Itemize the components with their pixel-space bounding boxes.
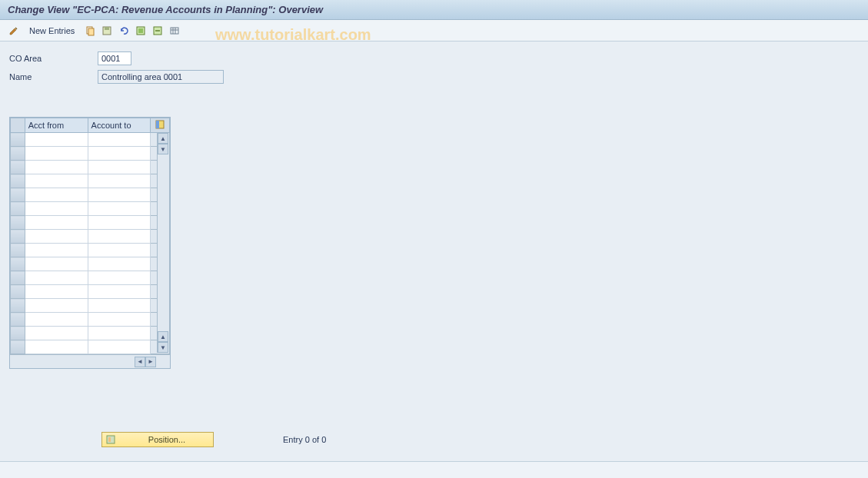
cell-acct-from[interactable] (25, 133, 88, 147)
svg-rect-3 (105, 27, 109, 30)
save-icon[interactable] (101, 25, 113, 37)
cell-account-to[interactable] (88, 174, 151, 188)
table-row[interactable] (11, 161, 170, 174)
row-selector[interactable] (11, 257, 25, 271)
svg-rect-1 (88, 28, 94, 35)
new-entries-button[interactable]: New Entries (25, 26, 79, 35)
cell-account-to[interactable] (88, 327, 151, 340)
cell-account-to[interactable] (88, 244, 151, 257)
table-row[interactable] (11, 133, 170, 147)
cell-account-to[interactable] (88, 230, 151, 244)
row-selector[interactable] (11, 327, 25, 340)
scroll-right-icon[interactable]: ► (145, 357, 156, 367)
row-selector[interactable] (11, 313, 25, 327)
pencil-icon[interactable] (8, 25, 20, 37)
cell-acct-from[interactable] (25, 327, 88, 340)
table-row[interactable] (11, 340, 170, 354)
cell-acct-from[interactable] (25, 161, 88, 174)
cell-account-to[interactable] (88, 147, 151, 161)
scroll-up-icon[interactable]: ▲ (158, 133, 168, 144)
horizontal-scrollbar[interactable]: ◄ ► (10, 354, 170, 368)
vertical-scrollbar[interactable]: ▲ ▼ ▲ ▼ (157, 133, 169, 353)
cell-acct-from[interactable] (25, 244, 88, 257)
row-selector[interactable] (11, 133, 25, 147)
table-row[interactable] (11, 202, 170, 216)
row-selector[interactable] (11, 230, 25, 244)
cell-acct-from[interactable] (25, 216, 88, 230)
table-row[interactable] (11, 271, 170, 285)
table-row[interactable] (11, 257, 170, 271)
cell-account-to[interactable] (88, 161, 151, 174)
position-icon (105, 434, 116, 445)
scroll-up-step-icon[interactable]: ▼ (158, 144, 168, 154)
cell-acct-from[interactable] (25, 340, 88, 354)
deselect-all-icon[interactable] (151, 25, 164, 37)
cell-acct-from[interactable] (25, 313, 88, 327)
column-acct-from[interactable]: Acct from (25, 118, 88, 133)
row-selector[interactable] (11, 202, 25, 216)
cell-account-to[interactable] (88, 188, 151, 202)
scroll-down-icon[interactable]: ▼ (158, 342, 168, 353)
table-row[interactable] (11, 313, 170, 327)
co-area-input[interactable] (98, 51, 131, 65)
table-header-row: Acct from Account to (11, 118, 170, 133)
cell-account-to[interactable] (88, 202, 151, 216)
row-selector[interactable] (11, 340, 25, 354)
row-selector[interactable] (11, 216, 25, 230)
cell-account-to[interactable] (88, 340, 151, 354)
row-selector[interactable] (11, 271, 25, 285)
cell-acct-from[interactable] (25, 299, 88, 313)
name-label: Name (9, 72, 98, 81)
status-bar (0, 461, 868, 478)
cell-acct-from[interactable] (25, 285, 88, 299)
table-row[interactable] (11, 188, 170, 202)
row-selector[interactable] (11, 188, 25, 202)
row-selector[interactable] (11, 161, 25, 174)
cell-account-to[interactable] (88, 271, 151, 285)
cell-acct-from[interactable] (25, 271, 88, 285)
svg-rect-8 (171, 28, 178, 34)
table-row[interactable] (11, 147, 170, 161)
table-row[interactable] (11, 327, 170, 340)
cell-acct-from[interactable] (25, 174, 88, 188)
svg-rect-15 (108, 437, 111, 442)
scroll-left-icon[interactable]: ◄ (135, 357, 145, 367)
position-button[interactable]: Position... (101, 432, 214, 447)
cell-account-to[interactable] (88, 313, 151, 327)
table-row[interactable] (11, 216, 170, 230)
cell-acct-from[interactable] (25, 230, 88, 244)
row-selector[interactable] (11, 174, 25, 188)
row-selector[interactable] (11, 299, 25, 313)
content-area: CO Area Name Acct from Account to ▲ ▼ ▲ … (0, 41, 868, 378)
accounts-table: Acct from Account to ▲ ▼ ▲ ▼ ◄ ► (9, 117, 171, 369)
table-row[interactable] (11, 299, 170, 313)
row-selector[interactable] (11, 285, 25, 299)
table-row[interactable] (11, 244, 170, 257)
scroll-down-step-icon[interactable]: ▲ (158, 331, 168, 342)
co-area-label: CO Area (9, 54, 98, 63)
cell-acct-from[interactable] (25, 188, 88, 202)
svg-rect-5 (138, 28, 143, 33)
cell-account-to[interactable] (88, 257, 151, 271)
row-selector[interactable] (11, 244, 25, 257)
cell-account-to[interactable] (88, 299, 151, 313)
table-select-all-header[interactable] (11, 118, 25, 133)
copy-icon[interactable] (84, 25, 96, 37)
cell-account-to[interactable] (88, 216, 151, 230)
table-settings-icon[interactable] (168, 25, 181, 37)
cell-account-to[interactable] (88, 285, 151, 299)
cell-acct-from[interactable] (25, 257, 88, 271)
table-row[interactable] (11, 230, 170, 244)
row-selector[interactable] (11, 147, 25, 161)
undo-icon[interactable] (118, 25, 130, 37)
cell-acct-from[interactable] (25, 147, 88, 161)
cell-account-to[interactable] (88, 133, 151, 147)
entry-counter: Entry 0 of 0 (283, 435, 326, 444)
column-account-to[interactable]: Account to (88, 118, 151, 133)
cell-acct-from[interactable] (25, 202, 88, 216)
table-row[interactable] (11, 285, 170, 299)
table-row[interactable] (11, 174, 170, 188)
co-area-row: CO Area (9, 51, 859, 66)
table-config-icon[interactable] (151, 118, 170, 133)
select-all-icon[interactable] (135, 25, 147, 37)
